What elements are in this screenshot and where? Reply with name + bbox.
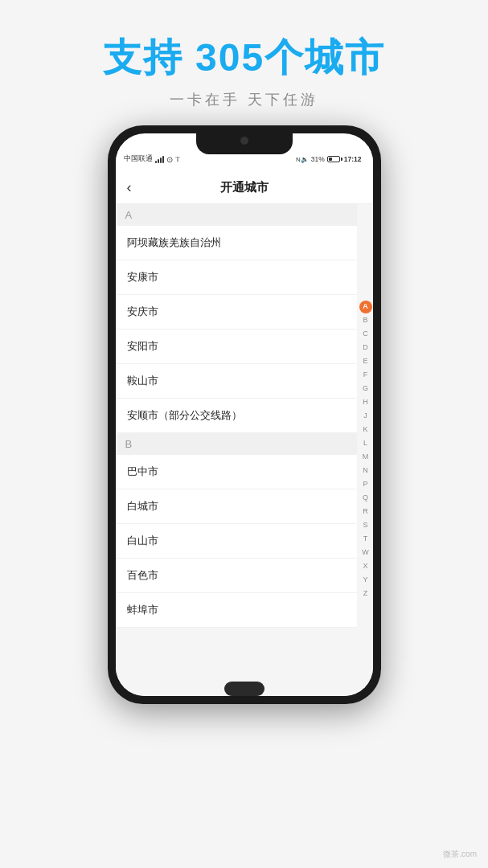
section-header-a: A [116, 204, 357, 226]
alpha-M[interactable]: M [359, 451, 372, 464]
phone-frame: 中国联通 ⊙ 𝕋 N🔉 31% 17:12 [108, 125, 381, 704]
alpha-C[interactable]: C [359, 328, 372, 341]
alpha-K[interactable]: K [359, 424, 372, 436]
list-item[interactable]: 安阳市 [116, 330, 357, 364]
time-label: 17:12 [344, 155, 362, 163]
list-item[interactable]: 阿坝藏族羌族自治州 [116, 226, 357, 260]
status-left: 中国联通 ⊙ 𝕋 [124, 154, 180, 164]
phone-screen: 中国联通 ⊙ 𝕋 N🔉 31% 17:12 [116, 133, 373, 696]
list-item[interactable]: 鞍山市 [116, 364, 357, 399]
alpha-Q[interactable]: Q [359, 492, 372, 505]
alpha-E[interactable]: E [359, 355, 372, 368]
alpha-P[interactable]: P [359, 478, 372, 491]
alpha-J[interactable]: J [359, 410, 372, 423]
alpha-L[interactable]: L [359, 437, 372, 450]
alpha-S[interactable]: S [359, 519, 372, 532]
nav-bar: ‹ 开通城市 [116, 172, 373, 204]
tiktok-icon: 𝕋 [175, 156, 180, 163]
alpha-R[interactable]: R [359, 506, 372, 518]
list-item[interactable]: 巴中市 [116, 455, 357, 489]
alpha-X[interactable]: X [359, 560, 372, 573]
alpha-H[interactable]: H [359, 396, 372, 409]
list-item[interactable]: 安庆市 [116, 295, 357, 330]
phone-mockup: 中国联通 ⊙ 𝕋 N🔉 31% 17:12 [0, 125, 488, 704]
alpha-N[interactable]: N [359, 465, 372, 477]
alpha-B[interactable]: B [359, 314, 372, 327]
city-list-scroll[interactable]: A 阿坝藏族羌族自治州 安康市 安庆市 安阳市 鞍山市 安顺市（部分公交线路） … [116, 204, 373, 696]
city-list-area: A 阿坝藏族羌族自治州 安康市 安庆市 安阳市 鞍山市 安顺市（部分公交线路） … [116, 204, 373, 696]
list-item[interactable]: 百色市 [116, 559, 357, 593]
main-title: 支持 305个城市 [16, 32, 472, 84]
alpha-F[interactable]: F [359, 369, 372, 382]
alpha-G[interactable]: G [359, 383, 372, 395]
phone-notch [196, 133, 293, 154]
carrier-label: 中国联通 [124, 154, 153, 164]
home-button[interactable] [224, 682, 265, 696]
alpha-Y[interactable]: Y [359, 574, 372, 587]
section-header-b: B [116, 433, 357, 455]
status-right: N🔉 31% 17:12 [296, 155, 362, 163]
list-item[interactable]: 蚌埠市 [116, 593, 357, 628]
watermark: 微茶.com [443, 849, 477, 860]
page-header: 支持 305个城市 一卡在手 天下任游 [0, 0, 488, 117]
alphabet-sidebar: A B C D E F G H J K L M N P Q R S [359, 204, 373, 696]
alpha-D[interactable]: D [359, 342, 372, 354]
list-item[interactable]: 白山市 [116, 524, 357, 559]
nfc-icon: N🔉 [296, 156, 309, 163]
signal-icon [155, 155, 164, 163]
battery-icon [327, 156, 340, 162]
battery-percent: 31% [311, 155, 325, 163]
list-item[interactable]: 安康市 [116, 260, 357, 295]
alpha-W[interactable]: W [359, 547, 372, 559]
alpha-T[interactable]: T [359, 533, 372, 546]
wifi-icon: ⊙ [166, 155, 173, 164]
alpha-Z[interactable]: Z [359, 588, 372, 600]
list-item[interactable]: 安顺市（部分公交线路） [116, 399, 357, 433]
list-item[interactable]: 白城市 [116, 489, 357, 524]
subtitle: 一卡在手 天下任游 [16, 90, 472, 109]
nav-title: 开通城市 [220, 180, 269, 195]
alpha-A[interactable]: A [359, 301, 372, 313]
back-button[interactable]: ‹ [127, 179, 132, 196]
